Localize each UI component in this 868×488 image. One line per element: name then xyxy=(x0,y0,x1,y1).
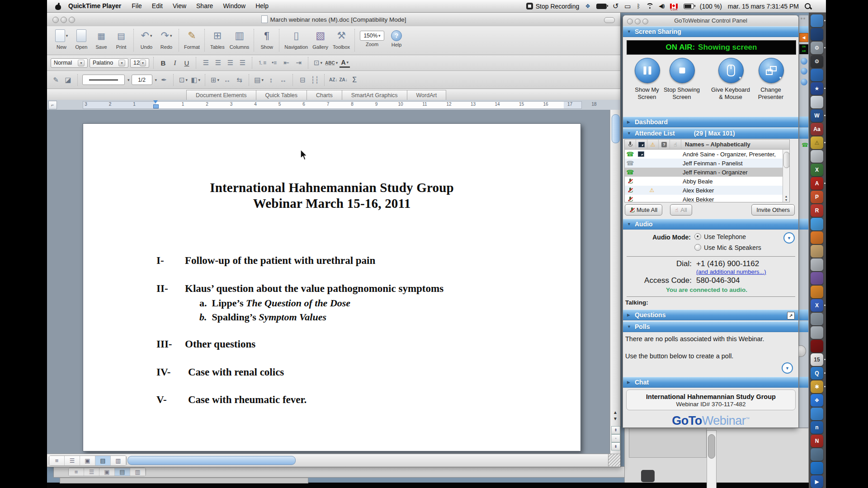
polls-dropdown[interactable]: ▼ xyxy=(782,362,793,374)
attendee-table[interactable]: ⚠ ? ☝ Names – Alphabetically ☎ André Sai… xyxy=(624,139,790,202)
view-draft-button[interactable]: ≡ xyxy=(49,456,65,465)
disclosure-triangle-icon[interactable]: ▼ xyxy=(627,29,631,34)
border-button[interactable]: ⊡▾ xyxy=(178,75,189,85)
align-left-button[interactable]: ☰ xyxy=(201,58,211,68)
view-outline-button[interactable]: ☰ xyxy=(65,456,80,465)
show-marks-button[interactable]: ¶Show xyxy=(257,28,277,50)
invite-others-button[interactable]: Invite Others xyxy=(751,204,795,216)
apple-menu-icon[interactable] xyxy=(55,3,61,10)
spotlight-icon[interactable] xyxy=(805,3,811,9)
save-button[interactable]: ▦Save xyxy=(91,28,111,50)
autosum-button[interactable]: Σ xyxy=(349,75,360,85)
keyboard-battery-icon[interactable] xyxy=(596,4,607,9)
radio-unselected-icon[interactable] xyxy=(694,244,701,251)
justify-button[interactable]: ☰ xyxy=(237,58,248,68)
dock-icon-safari[interactable] xyxy=(811,218,823,230)
insert-table-button[interactable]: ⊞▾ xyxy=(210,75,220,85)
dock-icon-photo-collage[interactable] xyxy=(811,150,823,163)
dock-icon-dashboard-widget[interactable] xyxy=(811,28,823,41)
browse-previous-button[interactable]: ⇞ xyxy=(611,426,620,434)
document-area[interactable]: International Hahnemannian Study Group W… xyxy=(47,110,610,466)
sort-ascending-button[interactable]: AZ↓ xyxy=(329,78,337,82)
bluetooth-icon[interactable]: ᛒ xyxy=(637,0,641,12)
style-select[interactable]: Normal▾ xyxy=(51,58,88,68)
table-autoformat-button[interactable]: ⊟ xyxy=(297,75,308,85)
font-size-select[interactable]: 12▾ xyxy=(130,58,149,68)
section-dashboard[interactable]: ▶ Dashboard xyxy=(623,117,798,127)
font-color-button[interactable]: A▾ xyxy=(340,58,350,68)
zoom-control[interactable]: 150%▾Zoom xyxy=(358,28,387,47)
dock-icon-microsoft-word[interactable]: W xyxy=(811,109,823,122)
dock-icon-system-preferences[interactable]: ⚙ xyxy=(811,42,823,54)
hand-column-icon[interactable]: ☝ xyxy=(670,140,681,149)
highlight-button[interactable]: A̲B̲C̲▾ xyxy=(325,58,338,68)
browse-next-button[interactable]: ⇟ xyxy=(611,442,620,450)
menu-view[interactable]: View xyxy=(168,0,191,12)
dock-icon-powerpoint[interactable]: P xyxy=(811,191,823,203)
tab-charts[interactable]: Charts xyxy=(307,90,342,100)
menu-help[interactable]: Help xyxy=(250,0,274,12)
menu-window[interactable]: Window xyxy=(218,0,250,12)
lower-all-hands-button[interactable]: ☝ All xyxy=(670,204,692,216)
screen-column-icon[interactable] xyxy=(636,140,647,149)
dock-icon-microsoft-excel[interactable]: X xyxy=(811,164,823,176)
distribute-rows-button[interactable]: ↕ xyxy=(266,75,276,85)
dock-icon-quicktime[interactable]: Q xyxy=(811,367,823,380)
section-questions[interactable]: ▶ Questions ↗ xyxy=(623,310,798,320)
stop-recording-button[interactable]: Stop Recording xyxy=(526,3,580,10)
mute-all-button[interactable]: Mute All xyxy=(625,204,662,216)
dock-icon-ichat[interactable] xyxy=(811,408,823,420)
stop-showing-screen-button[interactable] xyxy=(670,58,695,83)
section-audio[interactable]: ▼ Audio xyxy=(623,219,798,230)
undo-button[interactable]: ↶▾Undo xyxy=(137,28,156,50)
radio-selected-icon[interactable] xyxy=(694,233,701,240)
sort-descending-button[interactable]: ZA↓ xyxy=(339,78,347,82)
line-weight-select[interactable]: 1/2 xyxy=(132,75,152,85)
disclosure-triangle-icon[interactable]: ▼ xyxy=(627,324,631,329)
alert-column-icon[interactable]: ⚠ xyxy=(647,140,659,149)
time-machine-icon[interactable]: ↺ xyxy=(613,0,618,12)
eraser-button[interactable]: ◪ xyxy=(63,75,73,85)
line-style-select[interactable] xyxy=(82,75,125,85)
dock-icon-hazard-flask[interactable]: ⚠ xyxy=(811,136,823,149)
document-page[interactable]: International Hahnemannian Study Group W… xyxy=(83,123,581,451)
columns-button[interactable]: ▥Columns xyxy=(227,28,251,50)
scroll-up-arrow[interactable]: ▲ xyxy=(610,410,620,415)
use-mic-speakers-radio[interactable]: Use Mic & Speakers xyxy=(694,244,761,251)
hide-panel-arrow-button[interactable]: ◀ xyxy=(799,33,808,42)
additional-numbers-link[interactable]: (and additional numbers...) xyxy=(696,268,766,275)
view-print-layout-button[interactable]: ▤ xyxy=(95,456,111,465)
navigation-button[interactable]: ▯Navigation xyxy=(282,28,310,50)
bold-button[interactable]: B xyxy=(158,58,168,68)
attendee-row[interactable]: Abby Beale xyxy=(625,177,789,186)
dock-icon-teamviewer[interactable] xyxy=(811,462,823,474)
borders-button[interactable]: ⊡▾ xyxy=(313,58,323,68)
horizontal-scrollbar[interactable]: ≡ ☰ ▣ ▤ ▥ xyxy=(47,454,620,467)
mic-column-icon[interactable] xyxy=(625,140,636,149)
indent-marker[interactable] xyxy=(153,100,159,109)
browse-select-button[interactable]: ◦ xyxy=(611,434,620,442)
dock-icon-adobe-acrobat[interactable]: A xyxy=(811,177,823,190)
align-right-button[interactable]: ☰ xyxy=(225,58,236,68)
dock-icon-folder[interactable] xyxy=(811,245,823,258)
menu-clock[interactable]: mar. 15 mars 7:31:45 PM xyxy=(728,3,799,10)
distribute-columns-button[interactable]: ↔ xyxy=(278,75,288,85)
battery-icon[interactable] xyxy=(684,4,694,9)
volume-icon[interactable]: ◀))) xyxy=(659,0,664,12)
dock-icon-imovie[interactable]: ★ xyxy=(811,82,823,95)
new-button[interactable]: ▾New xyxy=(52,28,71,50)
section-screen-sharing[interactable]: ▼ Screen Sharing xyxy=(623,26,798,37)
merge-cells-button[interactable]: ↔ xyxy=(222,75,232,85)
underline-button[interactable]: U xyxy=(182,58,192,68)
tab-smartart-graphics[interactable]: SmartArt Graphics xyxy=(342,90,407,100)
dock-icon-gear-utility[interactable]: ⚙ xyxy=(811,55,823,68)
dock-icon-scanner[interactable] xyxy=(811,313,823,325)
word-title-bar[interactable]: March webinar notes (M).doc [Compatibili… xyxy=(47,13,620,27)
section-attendee-list[interactable]: ▼ Attendee List (29 | Max 101) xyxy=(623,128,798,139)
wifi-icon[interactable] xyxy=(646,3,653,9)
tab-document-elements[interactable]: Document Elements xyxy=(186,90,256,100)
audio-options-dropdown[interactable]: ▼ xyxy=(783,232,795,244)
attendee-scrollbar-thumb[interactable] xyxy=(783,152,790,168)
split-cells-button[interactable]: ⇆ xyxy=(234,75,245,85)
dock-icon-media-play[interactable]: ▶ xyxy=(811,475,823,488)
